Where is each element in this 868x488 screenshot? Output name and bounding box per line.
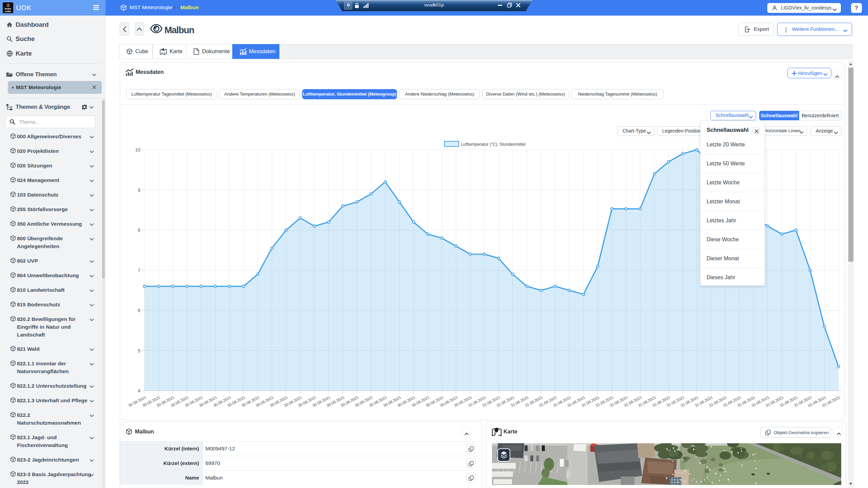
svg-text:5: 5 — [138, 348, 140, 353]
svg-text:7: 7 — [138, 268, 140, 273]
svg-text:4: 4 — [138, 388, 140, 393]
svg-text:8: 8 — [138, 227, 140, 233]
svg-text:Lufttemperatur (°C); Stundenmi: Lufttemperatur (°C); Stundenmittel — [461, 142, 526, 147]
svg-text:10: 10 — [135, 147, 140, 152]
svg-text:6: 6 — [138, 308, 140, 313]
svg-text:9: 9 — [138, 187, 140, 193]
